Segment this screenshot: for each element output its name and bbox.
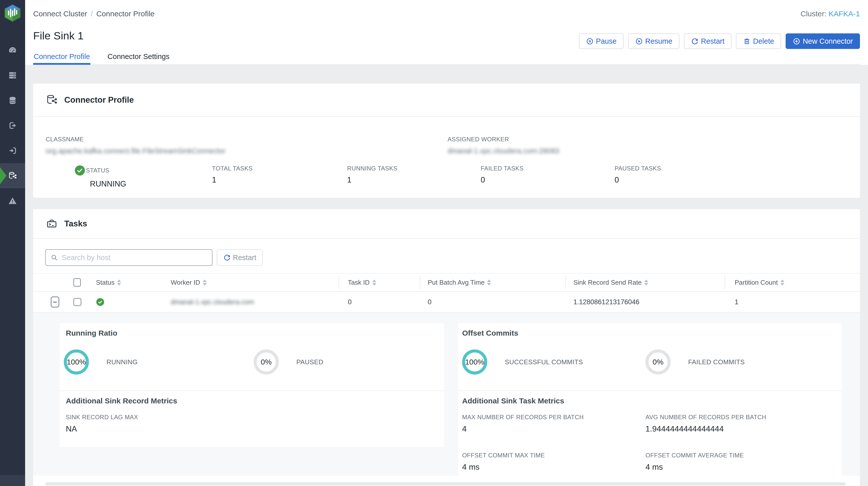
column-put-batch-avg-time[interactable]: Put Batch Avg Time: [428, 279, 491, 286]
paused-donut: 0%: [254, 350, 279, 375]
resume-button[interactable]: Resume: [628, 33, 679, 49]
pause-label: Pause: [596, 37, 617, 45]
classname-value: org.apache.kafka.connect.file.FileStream…: [46, 147, 225, 155]
task-restart-button[interactable]: Restart: [217, 249, 263, 266]
running-ratio-panel: Running Ratio 100% RUNNING 0% PAUSED Add…: [60, 323, 444, 447]
tasks-icon: [46, 218, 58, 230]
sidebar-item-producers[interactable]: [0, 138, 25, 163]
stat-failed-tasks: FAILED TASKS 0: [481, 165, 524, 185]
row-checkbox[interactable]: [73, 298, 82, 306]
column-divider: [565, 276, 566, 289]
sort-icon[interactable]: [372, 280, 376, 285]
column-status-label: Status: [96, 279, 115, 286]
status-label: STATUS: [86, 167, 110, 174]
sink-record-lag-max-metric: SINK RECORD LAG MAX NA: [66, 414, 138, 433]
select-all-checkbox[interactable]: [73, 278, 81, 287]
offset-commit-max-value: 4 ms: [462, 462, 545, 472]
sort-icon[interactable]: [780, 280, 784, 285]
tab-connector-profile[interactable]: Connector Profile: [33, 49, 90, 64]
collapse-row-button[interactable]: [51, 296, 59, 307]
search-icon: [50, 254, 58, 262]
sidebar-item-connect[interactable]: [0, 163, 25, 188]
sink-task-metrics-title: Additional Sink Task Metrics: [462, 397, 564, 405]
gauge-icon: [8, 46, 17, 55]
offset-commit-max-label: OFFSET COMMIT MAX TIME: [462, 452, 545, 459]
connector-profile-icon: [46, 94, 58, 106]
search-input[interactable]: [62, 254, 208, 262]
producers-icon: [8, 146, 17, 155]
column-sink-record-send-rate[interactable]: Sink Record Send Rate: [574, 279, 648, 286]
restart-button[interactable]: Restart: [684, 33, 732, 49]
tab-connector-settings[interactable]: Connector Settings: [107, 49, 170, 64]
max-records-value: 4: [462, 424, 584, 433]
column-status[interactable]: Status: [96, 279, 121, 286]
stat-total-tasks: TOTAL TASKS 1: [212, 165, 253, 185]
offset-commits-title: Offset Commits: [462, 329, 518, 337]
column-partition-count-label: Partition Count: [735, 279, 778, 286]
cell-worker-id: dmanal-1.vpc.cloudera.com: [171, 298, 254, 306]
new-connector-button[interactable]: New Connector: [786, 33, 860, 49]
failed-tasks-value: 0: [481, 175, 524, 185]
offset-commit-avg-value: 4 ms: [646, 462, 744, 472]
classname-field: CLASSNAME org.apache.kafka.connect.file.…: [46, 136, 225, 155]
sidebar-item-consumers[interactable]: [0, 113, 25, 138]
sidebar-item-overview[interactable]: [0, 38, 25, 63]
trash-icon: [743, 37, 751, 45]
cluster-link[interactable]: KAFKA-1: [829, 9, 860, 18]
page-title: File Sink 1: [33, 30, 84, 42]
sort-icon[interactable]: [487, 280, 491, 285]
column-partition-count[interactable]: Partition Count: [735, 279, 784, 286]
failed-commits-label: FAILED COMMITS: [688, 358, 745, 366]
successful-commits-donut: 100%: [462, 350, 487, 375]
cell-partition-count: 1: [735, 298, 738, 306]
total-tasks-label: TOTAL TASKS: [212, 165, 253, 172]
running-tasks-label: RUNNING TASKS: [347, 165, 397, 172]
column-task-id[interactable]: Task ID: [348, 279, 376, 286]
column-worker-id[interactable]: Worker ID: [171, 279, 207, 286]
check-circle-icon: [96, 298, 104, 306]
running-donut-label: RUNNING: [106, 358, 137, 366]
delete-button[interactable]: Delete: [736, 33, 781, 49]
column-divider: [339, 276, 339, 289]
sort-icon[interactable]: [644, 280, 648, 285]
failed-commits-donut-group: 0% FAILED COMMITS: [646, 350, 745, 375]
sidebar-item-topics[interactable]: [0, 88, 25, 113]
table-row[interactable]: dmanal-1.vpc.cloudera.com 0 0 1.12808612…: [33, 292, 860, 313]
column-sink-rate-label: Sink Record Send Rate: [574, 279, 642, 286]
cell-task-id: 0: [348, 298, 352, 306]
pause-button[interactable]: Pause: [579, 33, 624, 49]
tab-bar: Connector Profile Connector Settings: [33, 49, 860, 65]
restart-label: Restart: [701, 37, 724, 45]
breadcrumb-connector-profile: Connector Profile: [96, 9, 154, 18]
breadcrumb-separator: /: [91, 9, 93, 18]
horizontal-scrollbar[interactable]: [45, 482, 846, 486]
restart-icon: [691, 37, 699, 45]
cluster-selector: Cluster: KAFKA-1: [800, 9, 860, 18]
check-circle-icon: [74, 165, 85, 176]
column-put-batch-label: Put Batch Avg Time: [428, 279, 485, 286]
stat-status: STATUS RUNNING: [82, 165, 126, 189]
sidebar-item-brokers[interactable]: [0, 63, 25, 88]
page-header: Connect Cluster / Connector Profile Clus…: [25, 0, 868, 65]
connector-profile-card-title: Connector Profile: [64, 95, 134, 105]
active-indicator: [0, 167, 6, 184]
column-worker-id-label: Worker ID: [171, 279, 200, 286]
sink-record-lag-max-value: NA: [66, 424, 138, 433]
sort-icon[interactable]: [117, 280, 121, 285]
sort-icon[interactable]: [203, 280, 207, 285]
tasks-card-title: Tasks: [64, 219, 87, 228]
smm-logo-icon: [4, 4, 21, 22]
avg-records-label: AVG NUMBER OF RECORDS PER BATCH: [646, 414, 766, 421]
consumers-icon: [8, 121, 17, 130]
task-restart-label: Restart: [233, 254, 256, 262]
new-connector-label: New Connector: [803, 37, 853, 45]
play-circle-icon: [635, 37, 643, 45]
sidebar-footer: [0, 475, 25, 486]
tasks-card: Tasks Restart Status Worker ID Task ID: [33, 209, 860, 486]
breadcrumb-connect-cluster[interactable]: Connect Cluster: [33, 9, 87, 18]
classname-label: CLASSNAME: [46, 136, 225, 143]
offset-commit-max-time-metric: OFFSET COMMIT MAX TIME 4 ms: [462, 452, 545, 472]
sidebar-item-alerts[interactable]: [0, 188, 25, 214]
sidebar: [0, 0, 25, 486]
offset-commit-avg-label: OFFSET COMMIT AVERAGE TIME: [646, 452, 744, 459]
